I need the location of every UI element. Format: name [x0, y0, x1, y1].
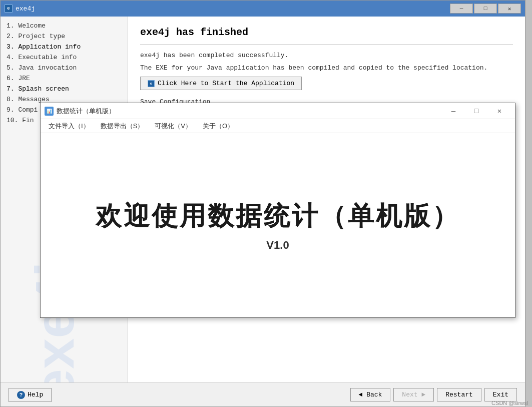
- back-label: ◄ Back: [359, 391, 382, 398]
- main-window-icon: e: [5, 5, 13, 13]
- restart-label: Restart: [445, 391, 473, 398]
- second-window-controls: — □ ✕: [442, 105, 511, 118]
- bottom-toolbar: ? Help ◄ Back Next ► Restart Exit: [1, 382, 525, 406]
- second-window-icon: 📊: [45, 107, 54, 116]
- exit-label: Exit: [493, 391, 508, 398]
- help-label: Help: [28, 391, 43, 398]
- start-application-button[interactable]: e Click Here to Start the Application: [140, 77, 302, 90]
- sidebar-item-java-invocation[interactable]: 5. Java invocation: [1, 63, 128, 73]
- second-title-bar: 📊 数据统计（单机版） — □ ✕: [41, 103, 515, 119]
- start-app-label: Click Here to Start the Application: [158, 80, 294, 87]
- main-window-controls: — □ ✕: [450, 4, 521, 14]
- main-window-title: exe4j: [16, 5, 35, 13]
- second-window: 📊 数据统计（单机版） — □ ✕ 文件导入（I） 数据导出（S） 可视化（V）…: [40, 103, 515, 318]
- second-minimize-button[interactable]: —: [442, 105, 465, 118]
- exit-button[interactable]: Exit: [484, 388, 517, 401]
- welcome-text: 欢迎使用数据统计（单机版）: [96, 199, 460, 234]
- menu-item-import[interactable]: 文件导入（I）: [44, 120, 95, 132]
- sidebar-item-project-type[interactable]: 2. Project type: [1, 31, 128, 42]
- main-title-bar: e exe4j — □ ✕: [1, 1, 525, 17]
- content-title: exe4j has finished: [140, 27, 513, 38]
- main-minimize-button[interactable]: —: [450, 4, 473, 14]
- back-button[interactable]: ◄ Back: [350, 388, 391, 401]
- main-close-button[interactable]: ✕: [498, 4, 521, 14]
- sidebar-item-splash-screen[interactable]: 7. Splash screen: [1, 84, 128, 94]
- second-title-left: 📊 数据统计（单机版）: [45, 107, 115, 116]
- next-label: Next ►: [402, 391, 425, 398]
- sidebar-item-application-info[interactable]: 3. Application info: [1, 42, 128, 52]
- sidebar-item-executable-info[interactable]: 4. Executable info: [1, 52, 128, 63]
- menu-item-about[interactable]: 关于（O）: [198, 120, 239, 132]
- title-bar-left: e exe4j: [5, 5, 35, 13]
- app-content: 欢迎使用数据统计（单机版） V1.0: [41, 133, 515, 317]
- content-divider: [140, 44, 513, 45]
- content-text-2: The EXE for your Java application has be…: [140, 64, 513, 72]
- next-button[interactable]: Next ►: [393, 388, 434, 401]
- restart-button[interactable]: Restart: [437, 388, 481, 401]
- start-app-icon: e: [148, 80, 155, 87]
- sidebar-item-welcome[interactable]: 1. Welcome: [1, 21, 128, 31]
- second-maximize-button[interactable]: □: [465, 105, 488, 118]
- toolbar-right: ◄ Back Next ► Restart Exit: [350, 388, 517, 401]
- menu-item-export[interactable]: 数据导出（S）: [96, 120, 149, 132]
- second-menu-bar: 文件导入（I） 数据导出（S） 可视化（V） 关于（O）: [41, 119, 515, 133]
- version-text: V1.0: [266, 239, 289, 252]
- csdn-watermark: CSDN @sirwsl: [491, 400, 528, 406]
- second-window-title: 数据统计（单机版）: [57, 107, 115, 116]
- help-icon: ?: [17, 391, 25, 399]
- main-maximize-button[interactable]: □: [474, 4, 497, 14]
- help-button[interactable]: ? Help: [9, 388, 52, 402]
- content-text-1: exe4j has been completed successfully.: [140, 52, 513, 59]
- menu-item-visualize[interactable]: 可视化（V）: [150, 120, 197, 132]
- toolbar-left: ? Help: [9, 388, 52, 402]
- sidebar-item-jre[interactable]: 6. JRE: [1, 73, 128, 84]
- second-close-button[interactable]: ✕: [488, 105, 511, 118]
